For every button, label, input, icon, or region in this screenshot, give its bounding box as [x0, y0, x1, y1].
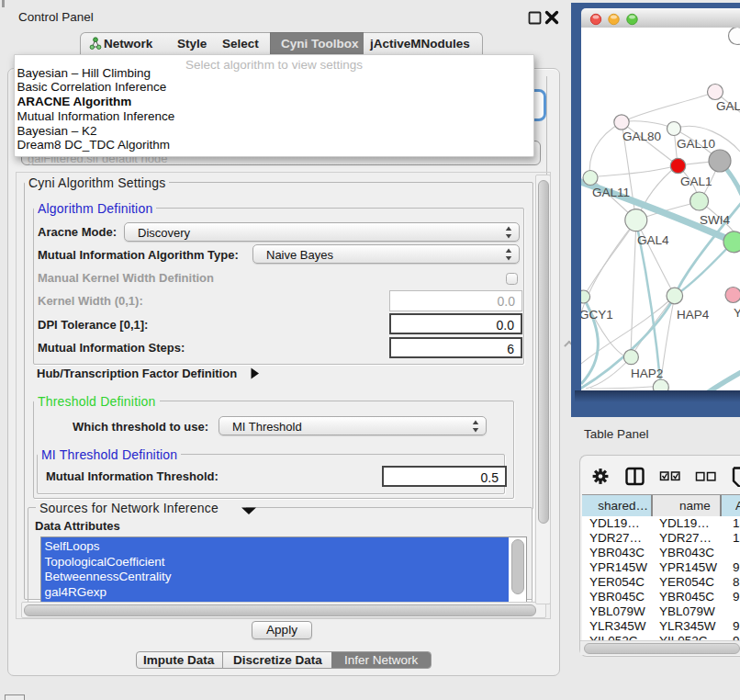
svg-text:GCY1: GCY1 [581, 308, 613, 322]
svg-text:GAL10: GAL10 [677, 137, 715, 151]
svg-text:GAL1: GAL1 [680, 175, 712, 188]
svg-text:GAL11: GAL11 [592, 186, 630, 199]
svg-text:GAL80: GAL80 [622, 130, 661, 143]
svg-text:SWI4: SWI4 [700, 213, 730, 227]
svg-text:HAP2: HAP2 [631, 367, 663, 380]
svg-text:HAP4: HAP4 [677, 308, 710, 322]
svg-text:GAL: GAL [716, 99, 740, 113]
svg-text:Y: Y [734, 306, 740, 320]
svg-text:GAL4: GAL4 [637, 233, 669, 247]
